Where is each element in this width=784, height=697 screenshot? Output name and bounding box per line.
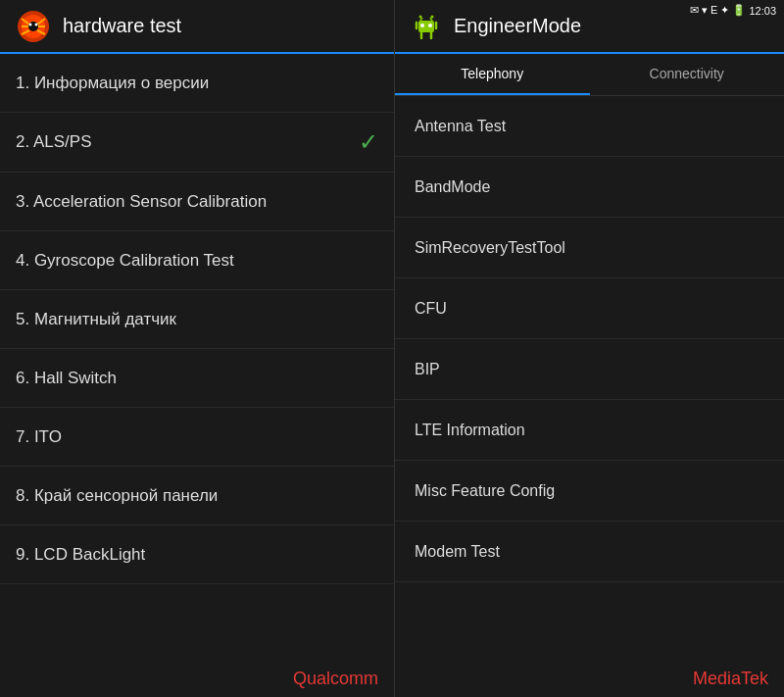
left-list-item[interactable]: 3. Acceleration Sensor Calibration	[0, 173, 394, 231]
right-list-item[interactable]: LTE Information	[395, 400, 784, 461]
right-list-item[interactable]: Misc Feature Config	[395, 461, 784, 522]
right-list-item-text: Misc Feature Config	[415, 482, 555, 500]
left-list-item[interactable]: 4. Gyroscope Calibration Test	[0, 231, 394, 290]
right-list: Antenna TestBandModeSimRecoveryTestToolC…	[395, 96, 784, 661]
right-footer: MediaTek	[395, 661, 784, 697]
check-mark-icon: ✓	[359, 128, 378, 156]
engineer-mode-icon	[411, 11, 442, 42]
right-list-item-text: BandMode	[415, 178, 490, 196]
left-list-item[interactable]: 8. Край сенсорной панели	[0, 467, 394, 525]
right-tab[interactable]: Telephony	[395, 54, 590, 95]
qualcomm-label: Qualcomm	[293, 669, 378, 688]
svg-point-21	[431, 15, 434, 18]
right-list-item-text: Antenna Test	[415, 118, 506, 135]
right-list-item-text: CFU	[415, 300, 447, 318]
left-list-item[interactable]: 6. Hall Switch	[0, 349, 394, 408]
left-list-item-text: 8. Край сенсорной панели	[16, 486, 218, 506]
time-display: 12:03	[749, 5, 776, 17]
left-list-item[interactable]: 2. ALS/PS✓	[0, 113, 394, 173]
svg-point-9	[29, 23, 32, 25]
signal-bars: ▾ E ✦	[702, 4, 729, 17]
battery-icon: 🔋	[732, 4, 746, 17]
right-list-item-text: LTE Information	[415, 422, 525, 439]
svg-point-19	[419, 15, 422, 18]
right-panel: ✉ ▾ E ✦ 🔋 12:03 EngineerMode TelephonyCo…	[394, 0, 784, 697]
signal-icon: ✉	[690, 4, 699, 17]
left-list-item-text: 1. Информация о версии	[16, 74, 209, 93]
android-icon	[16, 9, 51, 44]
right-list-item-text: Modem Test	[415, 543, 500, 561]
left-header: hardware test	[0, 0, 394, 54]
left-list-item[interactable]: 7. ITO	[0, 408, 394, 467]
left-list-item-text: 3. Acceleration Sensor Calibration	[16, 192, 267, 212]
right-list-item[interactable]: Modem Test	[395, 522, 784, 582]
left-list-item-text: 4. Gyroscope Calibration Test	[16, 251, 234, 271]
svg-point-10	[35, 23, 38, 25]
left-list-item-text: 5. Магнитный датчик	[16, 310, 176, 329]
right-list-item-text: BIP	[415, 361, 440, 378]
right-list-item[interactable]: BandMode	[395, 157, 784, 218]
right-list-item[interactable]: SimRecoveryTestTool	[395, 218, 784, 278]
svg-point-8	[28, 22, 38, 31]
left-list-item[interactable]: 9. LCD BackLight	[0, 525, 394, 584]
right-list-item-text: SimRecoveryTestTool	[415, 239, 565, 257]
left-list-item-text: 2. ALS/PS	[16, 132, 92, 152]
mediatek-label: MediaTek	[693, 669, 768, 688]
left-list-item-text: 6. Hall Switch	[16, 369, 117, 388]
left-footer: Qualcomm	[0, 661, 394, 697]
right-header-title: EngineerMode	[454, 15, 581, 37]
left-list-item-text: 9. LCD BackLight	[16, 545, 145, 565]
left-header-title: hardware test	[63, 15, 181, 37]
left-list: 1. Информация о версии2. ALS/PS✓3. Accel…	[0, 54, 394, 661]
right-list-item[interactable]: BIP	[395, 339, 784, 400]
right-list-item[interactable]: Antenna Test	[395, 96, 784, 157]
right-list-item[interactable]: CFU	[395, 278, 784, 339]
right-tabs: TelephonyConnectivity	[395, 54, 784, 96]
left-list-item[interactable]: 1. Информация о версии	[0, 54, 394, 113]
left-panel: hardware test 1. Информация о версии2. A…	[0, 0, 394, 697]
left-list-item[interactable]: 5. Магнитный датчик	[0, 290, 394, 349]
svg-point-12	[420, 24, 424, 27]
right-tab[interactable]: Connectivity	[590, 54, 785, 95]
svg-point-13	[428, 24, 432, 27]
left-list-item-text: 7. ITO	[16, 427, 62, 447]
